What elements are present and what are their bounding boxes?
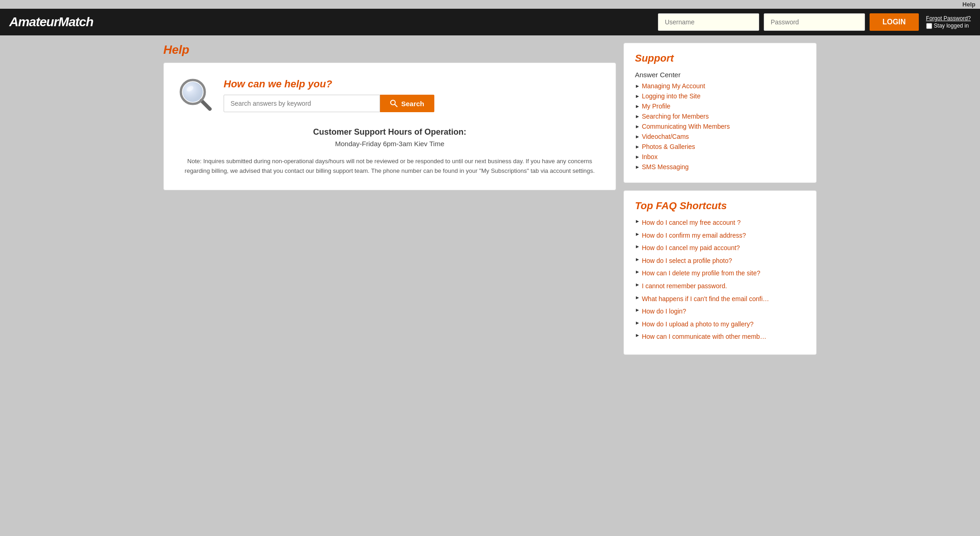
arrow-icon: ► [635, 83, 640, 89]
auth-area: Forgot Password? Stay logged in [926, 15, 971, 29]
faq-link[interactable]: How can I communicate with other memb… [642, 332, 767, 342]
magnifier-icon [178, 77, 214, 114]
forgot-password-link[interactable]: Forgot Password? [926, 15, 971, 22]
nav-link[interactable]: Photos & Galleries [642, 143, 695, 150]
faq-box: Top FAQ Shortcuts ► How do I cancel my f… [623, 190, 817, 355]
search-btn-label: Search [401, 100, 424, 108]
nav-link-item: ► Photos & Galleries [635, 143, 805, 150]
top-help-link[interactable]: Help [963, 1, 975, 8]
arrow-icon: ► [635, 282, 640, 287]
faq-link[interactable]: How can I delete my profile from the sit… [642, 269, 761, 278]
nav-link[interactable]: SMS Messaging [642, 163, 689, 171]
nav-link[interactable]: Inbox [642, 153, 657, 160]
stay-logged-checkbox[interactable] [926, 23, 932, 29]
search-right: How can we help you? Search [224, 78, 434, 112]
nav-link[interactable]: Videochat/Cams [642, 133, 689, 140]
faq-link[interactable]: How do I login? [642, 307, 686, 316]
faq-link-item: ► I cannot remember password. [635, 282, 805, 291]
search-section: How can we help you? Search [178, 77, 602, 114]
arrow-icon: ► [635, 269, 640, 274]
arrow-icon: ► [635, 244, 640, 249]
arrow-icon: ► [635, 231, 640, 237]
faq-link[interactable]: How do I cancel my paid account? [642, 244, 740, 253]
arrow-icon: ► [635, 154, 640, 160]
faq-link-item: ► How do I cancel my free account ? [635, 218, 805, 228]
faq-link-item: ► How can I communicate with other memb… [635, 332, 805, 342]
nav-links-list: ► Managing My Account► Logging into the … [635, 82, 805, 171]
support-box: Support Answer Center ► Managing My Acco… [623, 43, 817, 183]
how-can-text: How can we help you? [224, 78, 434, 90]
username-input[interactable] [658, 13, 759, 31]
top-bar: Help [0, 0, 980, 9]
arrow-icon: ► [635, 124, 640, 129]
hours-title: Customer Support Hours of Operation: [178, 127, 602, 137]
note-section: Note: Inquires submitted during non-oper… [178, 157, 602, 176]
faq-link[interactable]: I cannot remember password. [642, 282, 727, 291]
nav-link-item: ► Managing My Account [635, 82, 805, 90]
nav-link-item: ► Logging into the Site [635, 92, 805, 100]
arrow-icon: ► [635, 134, 640, 139]
faq-link[interactable]: How do I select a profile photo? [642, 257, 732, 266]
password-input[interactable] [764, 13, 865, 31]
arrow-icon: ► [635, 114, 640, 119]
svg-point-2 [183, 82, 203, 102]
nav-link[interactable]: Logging into the Site [642, 92, 701, 100]
search-row: Search [224, 95, 434, 112]
logo: AmateurMatch [9, 15, 93, 29]
nav-link[interactable]: Searching for Members [642, 113, 709, 120]
arrow-icon: ► [635, 93, 640, 99]
svg-line-5 [395, 104, 397, 107]
faq-link-item: ► How do I confirm my email address? [635, 231, 805, 240]
nav-link-item: ► My Profile [635, 103, 805, 110]
nav-link-item: ► SMS Messaging [635, 163, 805, 171]
nav-link-item: ► Communicating With Members [635, 123, 805, 130]
nav-link[interactable]: Managing My Account [642, 82, 705, 90]
arrow-icon: ► [635, 257, 640, 262]
right-panel: Support Answer Center ► Managing My Acco… [623, 43, 817, 355]
svg-line-0 [202, 101, 210, 109]
nav-link-item: ► Inbox [635, 153, 805, 160]
stay-logged-text: Stay logged in [934, 23, 969, 29]
help-page-title: Help [163, 43, 616, 57]
arrow-icon: ► [635, 103, 640, 109]
left-panel: Help [163, 43, 616, 355]
stay-logged-label[interactable]: Stay logged in [926, 23, 969, 29]
arrow-icon: ► [635, 164, 640, 170]
search-button[interactable]: Search [380, 95, 434, 112]
support-title: Support [635, 52, 805, 64]
logo-text: AmateurMatch [9, 15, 93, 29]
faq-link[interactable]: How do I upload a photo to my gallery? [642, 320, 754, 329]
faq-link-item: ► How do I cancel my paid account? [635, 244, 805, 253]
login-button[interactable]: LOGIN [870, 13, 919, 31]
nav-link-item: ► Videochat/Cams [635, 133, 805, 140]
help-box: How can we help you? Search Cu [163, 63, 616, 190]
note-text: Note: Inquires submitted during non-oper… [178, 157, 602, 176]
arrow-icon: ► [635, 218, 640, 224]
search-input[interactable] [224, 95, 380, 112]
nav-link-item: ► Searching for Members [635, 113, 805, 120]
search-icon [390, 100, 398, 107]
main-content: Help [154, 35, 826, 362]
faq-link-item: ► How do I upload a photo to my gallery? [635, 320, 805, 329]
faq-title: Top FAQ Shortcuts [635, 200, 805, 212]
nav-link[interactable]: My Profile [642, 103, 670, 110]
hours-detail: Monday-Friday 6pm-3am Kiev Time [178, 140, 602, 148]
arrow-icon: ► [635, 332, 640, 338]
faq-link[interactable]: How do I cancel my free account ? [642, 218, 741, 228]
faq-link-item: ► What happens if I can't find the email… [635, 295, 805, 304]
header: AmateurMatch LOGIN Forgot Password? Stay… [0, 9, 980, 35]
faq-link-item: ► How do I login? [635, 307, 805, 316]
arrow-icon: ► [635, 144, 640, 149]
arrow-icon: ► [635, 307, 640, 313]
arrow-icon: ► [635, 295, 640, 300]
faq-link[interactable]: How do I confirm my email address? [642, 231, 746, 240]
arrow-icon: ► [635, 320, 640, 325]
nav-link[interactable]: Communicating With Members [642, 123, 730, 130]
faq-links-list: ► How do I cancel my free account ?► How… [635, 218, 805, 342]
faq-link-item: ► How can I delete my profile from the s… [635, 269, 805, 278]
hours-section: Customer Support Hours of Operation: Mon… [178, 127, 602, 148]
faq-link[interactable]: What happens if I can't find the email c… [642, 295, 769, 304]
faq-link-item: ► How do I select a profile photo? [635, 257, 805, 266]
answer-center-label: Answer Center [635, 71, 805, 79]
